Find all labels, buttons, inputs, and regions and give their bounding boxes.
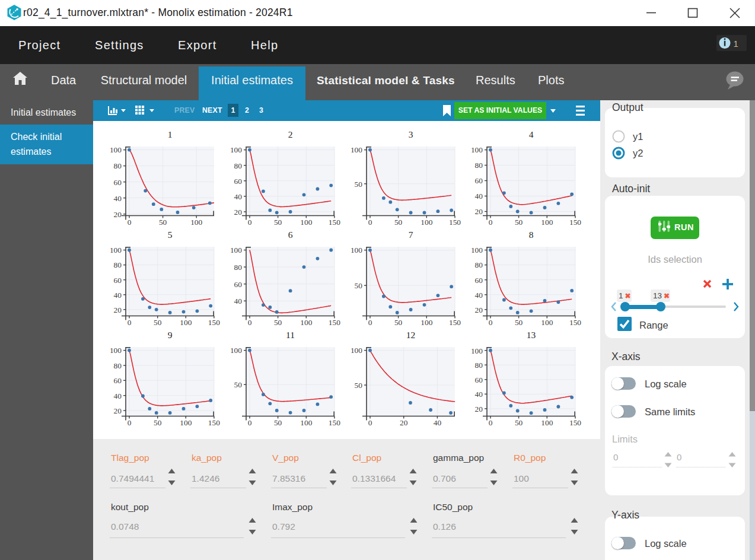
svg-text:0: 0 [128, 218, 132, 227]
svg-text:50: 50 [274, 318, 282, 327]
svg-text:100: 100 [420, 218, 432, 227]
svg-text:80: 80 [114, 361, 122, 370]
svg-text:12: 12 [406, 330, 416, 340]
svg-text:100: 100 [230, 246, 242, 254]
svg-text:40: 40 [475, 192, 483, 201]
svg-text:0: 0 [248, 418, 252, 427]
svg-text:50: 50 [274, 418, 282, 427]
svg-text:2: 2 [288, 129, 293, 139]
svg-text:50: 50 [355, 281, 363, 290]
svg-text:150: 150 [329, 418, 340, 427]
svg-text:100: 100 [351, 346, 362, 355]
svg-text:0: 0 [489, 318, 493, 327]
svg-text:0: 0 [368, 218, 372, 227]
svg-text:150: 150 [449, 318, 461, 327]
svg-text:80: 80 [114, 260, 122, 269]
svg-text:60: 60 [114, 178, 122, 187]
svg-text:60: 60 [234, 280, 243, 289]
svg-text:40: 40 [234, 192, 243, 201]
svg-text:5: 5 [168, 230, 173, 240]
svg-text:60: 60 [475, 176, 483, 185]
svg-text:100: 100 [541, 318, 553, 327]
svg-text:0: 0 [368, 418, 372, 427]
svg-text:50: 50 [234, 380, 243, 389]
svg-text:50: 50 [394, 218, 403, 227]
svg-text:20: 20 [475, 207, 483, 216]
svg-text:0: 0 [368, 318, 372, 327]
svg-text:150: 150 [208, 318, 220, 327]
svg-text:20: 20 [475, 306, 483, 314]
svg-text:0: 0 [248, 218, 252, 227]
svg-text:150: 150 [569, 418, 581, 427]
svg-text:11: 11 [286, 330, 295, 340]
svg-text:100: 100 [471, 346, 483, 355]
svg-text:100: 100 [230, 346, 242, 355]
svg-text:40: 40 [114, 194, 122, 203]
svg-text:50: 50 [515, 418, 523, 427]
svg-text:20: 20 [234, 208, 243, 217]
svg-text:6: 6 [288, 230, 293, 240]
svg-text:80: 80 [475, 161, 483, 170]
svg-text:3: 3 [409, 129, 413, 139]
svg-text:1: 1 [168, 129, 173, 139]
svg-text:0: 0 [489, 218, 493, 227]
svg-text:50: 50 [154, 418, 162, 427]
svg-text:60: 60 [475, 376, 483, 384]
svg-text:40: 40 [114, 392, 122, 400]
svg-text:100: 100 [110, 346, 122, 355]
svg-text:0: 0 [128, 318, 132, 327]
svg-text:100: 100 [230, 145, 242, 154]
svg-text:150: 150 [208, 418, 220, 427]
svg-text:20: 20 [114, 406, 122, 415]
svg-text:100: 100 [541, 218, 553, 227]
svg-text:80: 80 [234, 161, 243, 170]
svg-text:50: 50 [159, 218, 167, 227]
svg-text:60: 60 [114, 276, 122, 285]
svg-text:150: 150 [569, 218, 581, 227]
svg-text:100: 100 [190, 218, 202, 227]
svg-text:50: 50 [355, 180, 363, 189]
svg-text:100: 100 [300, 218, 312, 227]
svg-text:0: 0 [128, 418, 132, 427]
svg-text:150: 150 [329, 318, 340, 327]
svg-text:100: 100 [351, 246, 362, 254]
svg-text:7: 7 [409, 230, 413, 240]
svg-text:13: 13 [527, 330, 536, 340]
svg-text:50: 50 [154, 318, 162, 327]
svg-text:60: 60 [475, 276, 483, 285]
svg-text:4: 4 [529, 129, 534, 139]
svg-text:20: 20 [114, 306, 122, 314]
svg-text:100: 100 [541, 418, 553, 427]
svg-text:150: 150 [449, 218, 461, 227]
svg-text:100: 100 [110, 145, 122, 154]
svg-text:100: 100 [300, 318, 312, 327]
svg-text:80: 80 [475, 361, 483, 370]
svg-text:0: 0 [248, 318, 252, 327]
svg-text:40: 40 [434, 418, 442, 427]
svg-text:80: 80 [114, 161, 122, 170]
svg-text:60: 60 [114, 376, 122, 385]
svg-text:100: 100 [180, 318, 192, 327]
svg-text:100: 100 [471, 145, 483, 154]
svg-text:150: 150 [329, 218, 340, 227]
svg-text:20: 20 [400, 418, 408, 427]
svg-text:50: 50 [355, 381, 363, 390]
svg-text:100: 100 [110, 246, 122, 254]
svg-text:100: 100 [471, 246, 483, 254]
svg-text:9: 9 [168, 330, 173, 340]
svg-text:50: 50 [515, 318, 523, 327]
svg-text:150: 150 [569, 318, 581, 327]
svg-text:40: 40 [475, 291, 483, 300]
svg-text:40: 40 [475, 390, 483, 399]
svg-text:20: 20 [475, 405, 483, 413]
svg-text:40: 40 [114, 291, 122, 300]
svg-text:50: 50 [394, 318, 403, 327]
svg-text:8: 8 [529, 230, 534, 240]
svg-text:50: 50 [274, 218, 282, 227]
svg-text:80: 80 [234, 263, 243, 272]
svg-text:80: 80 [475, 260, 483, 269]
svg-text:20: 20 [114, 210, 122, 219]
svg-text:0: 0 [489, 418, 493, 427]
svg-text:100: 100 [180, 418, 192, 427]
svg-text:100: 100 [351, 145, 362, 154]
